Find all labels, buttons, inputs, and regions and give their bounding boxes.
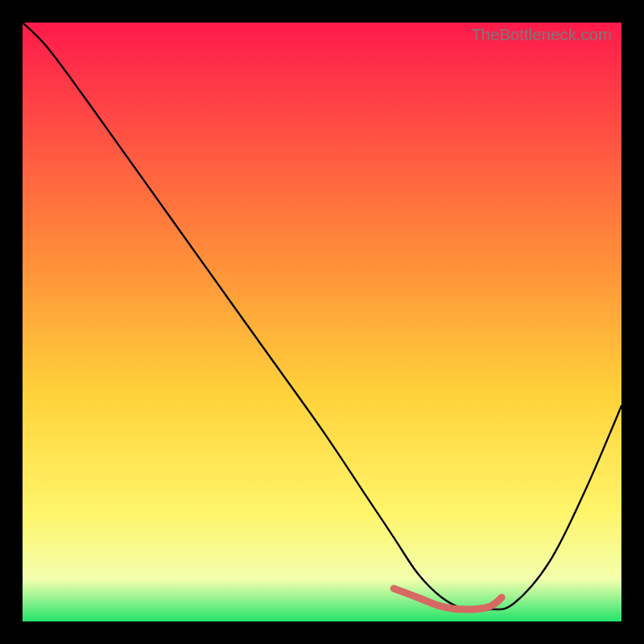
bottleneck-chart bbox=[23, 23, 621, 621]
chart-frame: TheBottleneck.com bbox=[23, 23, 621, 621]
watermark-label: TheBottleneck.com bbox=[471, 26, 612, 44]
gradient-background bbox=[23, 23, 621, 621]
